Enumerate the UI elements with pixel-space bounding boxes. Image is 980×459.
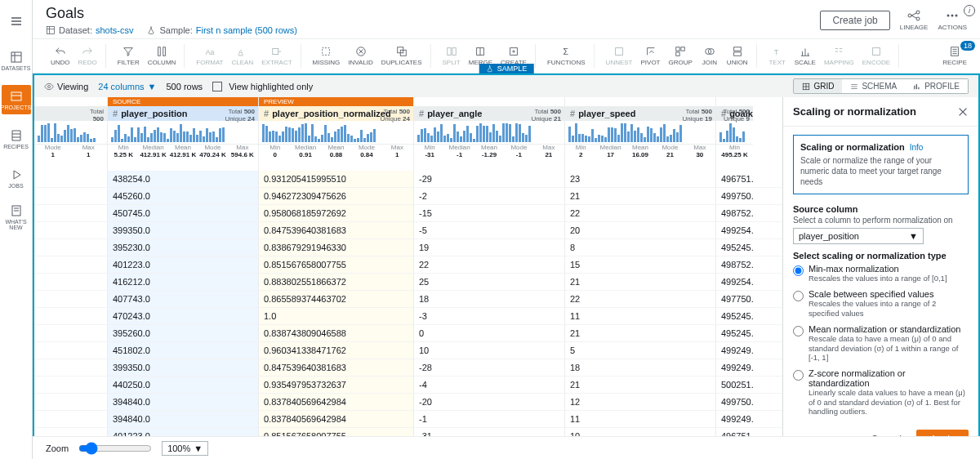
- table-row[interactable]: 399350.0 0.847539640381683 -5 20 499254.…: [34, 222, 782, 239]
- table-row[interactable]: 394840.0 0.837840569642984 -1 11 499249.…: [34, 411, 782, 428]
- table-row[interactable]: 470243.0 1.0 -3 11 495245.0: [34, 308, 782, 325]
- nav-whats-new[interactable]: WHAT'S NEW: [2, 203, 31, 232]
- nav-projects[interactable]: PROJECTS: [2, 85, 31, 114]
- column-button[interactable]: COLUMN: [145, 44, 180, 68]
- nav-recipes[interactable]: RECIPES: [2, 124, 31, 154]
- dataset-info: Dataset: shots-csv: [46, 25, 133, 35]
- svg-text:Σ: Σ: [564, 47, 569, 56]
- svg-rect-19: [447, 48, 450, 56]
- mapping-button[interactable]: MAPPING: [821, 44, 858, 68]
- svg-text:Aa: Aa: [206, 48, 215, 56]
- table-row[interactable]: 395230.0 0.838679291946330 19 8 495245.0: [34, 239, 782, 256]
- radio-option[interactable]: Z-score normalization or standardization…: [793, 368, 969, 416]
- view-grid[interactable]: GRID: [794, 79, 842, 93]
- svg-point-6: [916, 17, 920, 20]
- pivot-button[interactable]: PIVOT: [638, 44, 664, 68]
- page-header: Goals Dataset: shots-csv Sample: First n…: [33, 0, 980, 39]
- invalid-button[interactable]: INVALID: [345, 44, 376, 68]
- svg-rect-10: [158, 47, 161, 56]
- redo-button[interactable]: REDO: [75, 44, 100, 68]
- split-button[interactable]: SPLIT: [439, 44, 464, 68]
- view-profile[interactable]: PROFILE: [905, 79, 968, 93]
- svg-rect-25: [676, 47, 679, 51]
- svg-point-4: [908, 14, 911, 17]
- text-button[interactable]: TTEXT: [765, 44, 790, 68]
- svg-text:T: T: [773, 48, 778, 56]
- actions-button[interactable]: ACTIONS: [938, 9, 967, 31]
- missing-button[interactable]: MISSING: [310, 44, 344, 68]
- table-row[interactable]: 399350.0 0.847539640381683 -28 18 499249…: [34, 359, 782, 377]
- source-tag: SOURCE: [108, 97, 258, 106]
- encode-button[interactable]: ENCODE: [859, 44, 893, 68]
- unnest-button[interactable]: UNNEST: [603, 44, 636, 68]
- transform-panel: Scaling or normalization Scaling or norm…: [782, 97, 978, 457]
- close-icon[interactable]: [957, 106, 969, 118]
- view-bar: Viewing 24 columns ▼ 500 rows View highl…: [33, 74, 980, 97]
- info-link[interactable]: Info: [910, 143, 924, 152]
- toolbar: UNDO REDO FILTER COLUMN AaFORMAT ACLEAN …: [33, 39, 980, 74]
- nav-datasets[interactable]: DATASETS: [2, 46, 31, 75]
- undo-button[interactable]: UNDO: [47, 44, 74, 68]
- source-column-label: Source column: [793, 204, 969, 214]
- group-button[interactable]: GROUP: [666, 44, 696, 68]
- scale-button[interactable]: SCALE: [791, 44, 819, 68]
- table-row[interactable]: 394840.0 0.837840569642984 -20 12 499750…: [34, 394, 782, 411]
- table-row[interactable]: 407743.0 0.865589374463702 18 22 497750.…: [34, 291, 782, 308]
- svg-rect-0: [11, 52, 21, 62]
- table-row[interactable]: 445260.0 0.946272309475626 -2 21 499750.…: [34, 188, 782, 205]
- preview-tag: PREVIEW: [259, 97, 413, 106]
- svg-rect-27: [676, 52, 679, 56]
- create-job-button[interactable]: Create job: [820, 11, 889, 30]
- data-grid: Total500 Mode1Max1 SOURCE # player_posit…: [34, 97, 782, 457]
- filter-button[interactable]: FILTER: [114, 44, 143, 68]
- sample-info: Sample: First n sample (500 rows): [146, 25, 296, 35]
- info-box: Scaling or normalizationInfo Scale or no…: [793, 135, 969, 194]
- row-count: 500 rows: [166, 82, 203, 91]
- dataset-link[interactable]: shots-csv: [96, 25, 133, 35]
- columns-dropdown[interactable]: 24 columns ▼: [98, 82, 156, 91]
- zoom-slider[interactable]: [78, 442, 152, 455]
- duplicates-button[interactable]: DUPLICATES: [378, 44, 425, 68]
- zoom-select[interactable]: 100%▼: [162, 441, 208, 456]
- svg-point-9: [956, 15, 958, 17]
- view-toggle: GRID SCHEMA PROFILE: [793, 78, 969, 94]
- footer: Zoom 100%▼: [33, 436, 980, 459]
- table-row[interactable]: 395260.0 0.838743809046588 0 21 495245.0: [34, 325, 782, 342]
- info-icon[interactable]: i: [964, 5, 975, 16]
- sample-pill[interactable]: SAMPLE: [479, 64, 534, 74]
- source-column-select[interactable]: player_position▼: [793, 228, 924, 244]
- svg-point-7: [947, 15, 950, 17]
- svg-rect-30: [733, 47, 741, 51]
- lineage-button[interactable]: LINEAGE: [900, 9, 929, 31]
- svg-rect-26: [681, 47, 684, 51]
- format-button[interactable]: AaFORMAT: [193, 44, 226, 68]
- page-title: Goals: [46, 5, 297, 22]
- table-row[interactable]: 451802.0 0.960341338471762 10 5 499249.0: [34, 342, 782, 359]
- view-schema[interactable]: SCHEMA: [842, 79, 905, 93]
- union-button[interactable]: UNION: [724, 44, 751, 68]
- recipe-button[interactable]: RECIPE 18: [939, 44, 970, 68]
- svg-rect-15: [323, 48, 330, 56]
- recipe-count-badge: 18: [960, 41, 975, 51]
- sample-link[interactable]: First n sample (500 rows): [196, 25, 297, 35]
- svg-point-35: [48, 85, 51, 87]
- svg-text:A: A: [238, 48, 243, 56]
- table-row[interactable]: 440250.0 0.935497953732637 -4 21 500251.…: [34, 377, 782, 394]
- svg-rect-1: [11, 92, 21, 100]
- menu-toggle[interactable]: [2, 7, 31, 36]
- svg-rect-11: [163, 47, 166, 56]
- radio-option[interactable]: Mean normalization or standardizationRes…: [793, 324, 969, 362]
- radio-option[interactable]: Scale between specified valuesRescales t…: [793, 289, 969, 318]
- table-row[interactable]: 416212.0 0.883802551866372 25 21 499254.…: [34, 274, 782, 291]
- table-row[interactable]: 438254.0 0.931205415995510 -29 23 496751…: [34, 171, 782, 188]
- svg-rect-33: [873, 48, 880, 56]
- nav-jobs[interactable]: JOBS: [2, 163, 31, 193]
- extract-button[interactable]: EXTRACT: [258, 44, 295, 68]
- radio-option[interactable]: Min-max normalizationRescales the values…: [793, 264, 969, 283]
- clean-button[interactable]: ACLEAN: [229, 44, 257, 68]
- functions-button[interactable]: ΣFUNCTIONS: [544, 44, 589, 68]
- table-row[interactable]: 450745.0 0.958068185972692 -15 22 498752…: [34, 205, 782, 222]
- table-row[interactable]: 401223.0 0.851567658007755 22 15 498752.…: [34, 256, 782, 274]
- join-button[interactable]: JOIN: [697, 44, 722, 68]
- highlighted-toggle[interactable]: View highlighted only: [212, 82, 313, 91]
